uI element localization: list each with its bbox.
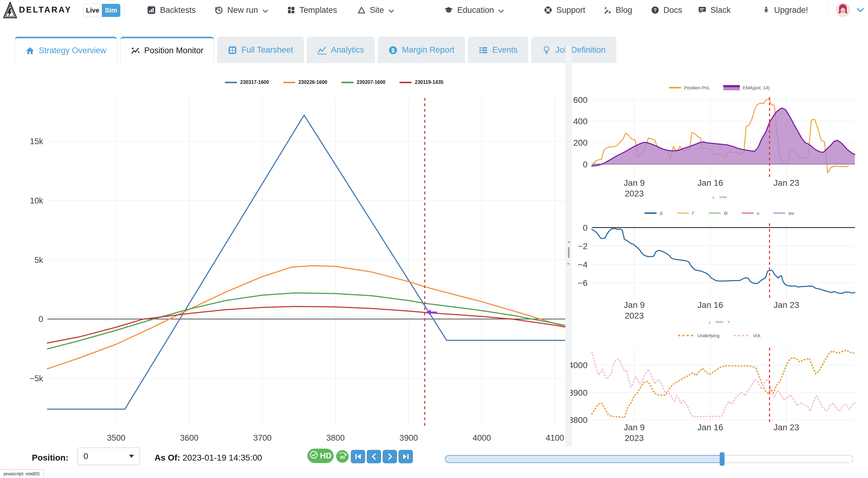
svg-text:0: 0 bbox=[583, 160, 588, 169]
legend-item-wv[interactable]: wv bbox=[773, 211, 794, 216]
nav-item-label: Upgrade! bbox=[774, 5, 808, 15]
nav-item-slack[interactable]: Slack bbox=[698, 0, 731, 20]
collapse-left-icon[interactable]: ◂ bbox=[567, 239, 570, 244]
hd-button[interactable]: HD bbox=[307, 449, 334, 463]
svg-text:Jan 16: Jan 16 bbox=[698, 178, 723, 187]
legend-item-ν[interactable]: ν bbox=[742, 211, 760, 216]
nav-item-label: Education bbox=[457, 5, 494, 15]
three-d-button[interactable]: 3D bbox=[336, 450, 349, 463]
pnl-collapse-control[interactable]: ▲ bbox=[570, 195, 868, 199]
toggle-live[interactable]: Live bbox=[84, 4, 102, 17]
legend-label: ν bbox=[757, 211, 760, 216]
svg-text:10k: 10k bbox=[30, 196, 43, 205]
collapse-dash-icon[interactable] bbox=[719, 196, 727, 198]
greeks-chart[interactable]: Jan 92023Jan 16Jan 230−2−4−6 bbox=[570, 220, 868, 327]
legend-item-Δ[interactable]: Δ bbox=[644, 211, 663, 216]
legend-label: wv bbox=[788, 211, 794, 216]
underlying-legend: UnderlyingVIX bbox=[570, 333, 868, 338]
legend-item-Position PnL[interactable]: Position PnL bbox=[669, 85, 710, 90]
svg-text:−6: −6 bbox=[578, 278, 588, 288]
collapse-up-icon[interactable]: ▲ bbox=[711, 195, 715, 199]
nav-item-label: Docs bbox=[663, 5, 682, 15]
nav-item-upgrade[interactable]: Upgrade! bbox=[762, 0, 808, 20]
greeks-collapse-control[interactable]: ▲ ▼ bbox=[570, 320, 868, 324]
toggle-sim[interactable]: Sim bbox=[102, 4, 120, 17]
rocket-icon bbox=[762, 5, 770, 15]
nav-item-label: New run bbox=[227, 5, 258, 15]
payoff-chart[interactable]: 3500360037003800390040004100−5k05k10k15k bbox=[6, 46, 570, 450]
svg-text:3800: 3800 bbox=[326, 433, 345, 443]
svg-text:3700: 3700 bbox=[253, 433, 272, 443]
asof: As Of: 2023-01-19 14:35:00 bbox=[154, 453, 262, 463]
svg-text:4000: 4000 bbox=[570, 360, 588, 370]
nav-item-support[interactable]: Support bbox=[544, 0, 585, 20]
svg-text:3600: 3600 bbox=[180, 433, 198, 443]
slider-track-filled[interactable] bbox=[445, 455, 722, 463]
drag-handle[interactable] bbox=[568, 247, 569, 258]
svg-text:3800: 3800 bbox=[570, 415, 588, 425]
legend-item-Γ[interactable]: Γ bbox=[677, 211, 694, 216]
nav-item-backtests[interactable]: Backtests bbox=[147, 0, 196, 20]
svg-text:−4: −4 bbox=[578, 260, 588, 269]
legend-item-VIX[interactable]: VIX bbox=[734, 333, 760, 338]
legend-swatch-dots bbox=[734, 335, 750, 336]
timeline-slider[interactable] bbox=[445, 452, 853, 467]
step-forward-button[interactable] bbox=[383, 450, 397, 463]
position-label: Position: bbox=[32, 453, 68, 463]
legend-label: Γ bbox=[692, 211, 694, 216]
avatar[interactable] bbox=[836, 2, 850, 18]
account-chevron-down-icon[interactable] bbox=[857, 8, 864, 13]
collapse-dash-icon[interactable] bbox=[715, 321, 723, 323]
three-d-button-label: 3D bbox=[340, 455, 345, 460]
legend-swatch-line bbox=[742, 212, 754, 214]
legend-item-EMA(pnl, 14)[interactable]: EMA(pnl, 14) bbox=[723, 85, 770, 90]
ring-icon bbox=[544, 6, 552, 14]
legend-label: Underlying bbox=[698, 333, 720, 338]
legend-swatch-line bbox=[644, 212, 657, 214]
collapse-up-icon[interactable]: ▲ bbox=[708, 320, 712, 324]
underlying-chart[interactable]: Jan 92023Jan 16Jan 23380039004000 bbox=[570, 343, 868, 447]
slider-handle[interactable] bbox=[720, 452, 724, 466]
legend-item-Θ[interactable]: Θ bbox=[709, 211, 727, 216]
skip-start-button[interactable] bbox=[351, 450, 365, 463]
asof-label: As Of: bbox=[154, 453, 180, 462]
position-select[interactable]: 0 bbox=[78, 447, 140, 465]
skip-end-button[interactable] bbox=[399, 450, 413, 463]
nav-item-new-run[interactable]: New run bbox=[214, 0, 268, 20]
nav-item-blog[interactable]: Blog bbox=[603, 0, 632, 20]
slider-track-rest[interactable] bbox=[722, 455, 853, 463]
nav-item-site[interactable]: Site bbox=[357, 0, 394, 20]
status-bar-link-preview: javascript: void(0) bbox=[0, 470, 44, 477]
legend-swatch-block bbox=[723, 85, 740, 90]
nav-item-label: Support bbox=[556, 5, 585, 15]
svg-text:0: 0 bbox=[38, 315, 43, 324]
svg-text:?: ? bbox=[654, 7, 657, 13]
asof-value: 2023-01-19 14:35:00 bbox=[183, 453, 262, 462]
svg-text:600: 600 bbox=[573, 95, 588, 104]
nav-item-templates[interactable]: Templates bbox=[287, 0, 337, 20]
nav-item-docs[interactable]: ?Docs bbox=[651, 0, 682, 20]
navbar-divider-right bbox=[828, 3, 828, 17]
pnl-chart[interactable]: Jan 92023Jan 16Jan 230200400600 bbox=[570, 93, 868, 202]
nav-item-label: Blog bbox=[616, 5, 632, 15]
brand-title[interactable]: DELTARAY bbox=[19, 5, 72, 15]
step-back-button[interactable] bbox=[367, 450, 381, 463]
nav-item-education[interactable]: Education bbox=[444, 0, 504, 20]
legend-swatch-line bbox=[677, 212, 689, 214]
svg-text:2023: 2023 bbox=[624, 433, 644, 443]
svg-text:2023: 2023 bbox=[624, 311, 644, 320]
svg-text:Jan 9: Jan 9 bbox=[624, 423, 644, 432]
collapse-right-icon[interactable]: ▸ bbox=[567, 261, 570, 266]
navbar: DELTARAY Live Sim BacktestsNew runTempla… bbox=[0, 0, 868, 20]
svg-text:Jan 23: Jan 23 bbox=[774, 423, 799, 432]
question-icon: ? bbox=[651, 6, 659, 14]
svg-text:Jan 23: Jan 23 bbox=[774, 178, 799, 187]
svg-text:3900: 3900 bbox=[399, 433, 418, 443]
app: DELTARAY Live Sim BacktestsNew runTempla… bbox=[0, 0, 868, 478]
legend-item-Underlying[interactable]: Underlying bbox=[678, 333, 720, 338]
svg-text:Jan 23: Jan 23 bbox=[774, 300, 799, 310]
collapse-down-icon[interactable]: ▼ bbox=[727, 320, 731, 324]
deltaray-logo-icon[interactable] bbox=[3, 2, 17, 20]
nav-item-label: Site bbox=[370, 5, 384, 15]
greeks-legend: ΔΓΘνwv bbox=[570, 211, 868, 216]
